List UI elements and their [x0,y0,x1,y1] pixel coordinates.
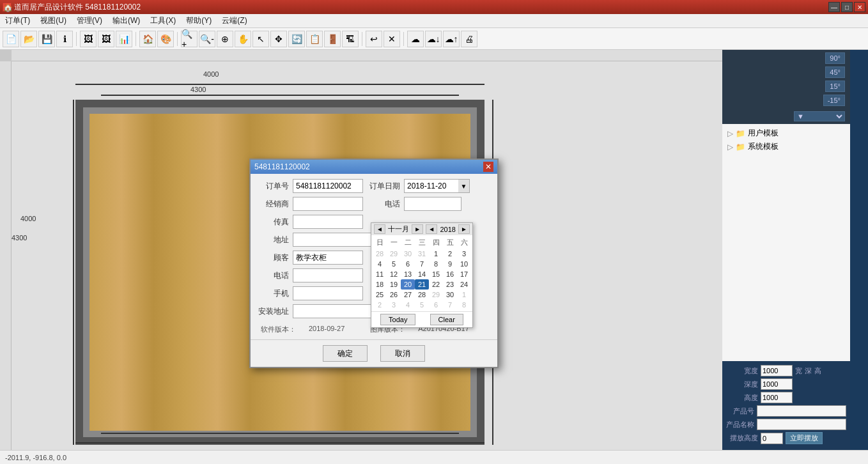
menu-view[interactable]: 视图(U) [35,14,72,27]
toolbar-copy[interactable]: 📋 [306,31,323,47]
cal-day[interactable]: 9 [443,259,457,269]
toolbar-img1[interactable]: 🖼 [80,31,97,47]
prev-year-button[interactable]: ◄ [426,224,437,234]
dialog-cancel-button[interactable]: 取消 [380,345,425,362]
cal-day[interactable]: 2 [373,300,387,310]
cal-day[interactable]: 1 [429,249,443,259]
toolbar-door[interactable]: 🚪 [324,31,341,47]
cal-day[interactable]: 12 [387,269,401,279]
prop-input-prodname[interactable] [757,419,846,430]
cal-day[interactable]: 23 [443,279,457,290]
toolbar-print[interactable]: 🖨 [461,31,477,47]
cal-day[interactable]: 19 [387,279,401,290]
cal-day[interactable]: 26 [387,290,401,300]
cal-day[interactable]: 4 [373,259,387,269]
cal-day[interactable]: 1 [457,290,471,300]
calendar-today-button[interactable]: Today [380,314,415,325]
prop-input-prodno[interactable] [757,405,846,417]
menu-help[interactable]: 帮助(Y) [181,14,217,27]
input-mobile[interactable] [293,286,363,300]
toolbar-save[interactable]: 💾 [38,31,55,47]
toolbar-zoomin[interactable]: 🔍+ [181,31,198,47]
place-now-button[interactable]: 立即摆放 [786,432,823,444]
cal-day[interactable]: 29 [387,249,401,259]
next-month-button[interactable]: ► [412,224,423,234]
input-dealer[interactable] [293,197,363,211]
toolbar-refresh[interactable]: 🔄 [288,31,305,47]
dialog-confirm-button[interactable]: 确定 [323,345,368,362]
cal-day[interactable]: 30 [401,249,415,259]
minimize-button[interactable]: — [828,2,840,12]
cal-day[interactable]: 11 [373,269,387,279]
cal-day[interactable]: 28 [415,290,429,300]
toolbar-cloud1[interactable]: ☁ [407,31,424,47]
menu-tools[interactable]: 工具(X) [145,14,181,27]
cal-day[interactable]: 4 [401,300,415,310]
prop-input-width[interactable] [761,365,793,376]
cal-day[interactable]: 27 [401,290,415,300]
cal-day[interactable]: 7 [443,300,457,310]
menu-order[interactable]: 订单(T) [0,14,35,27]
input-fax[interactable] [293,215,363,229]
toolbar-pan[interactable]: ✋ [235,31,251,47]
cal-day[interactable]: 29 [429,290,443,300]
menu-cloud[interactable]: 云端(Z) [217,14,252,27]
input-order-no[interactable] [293,179,363,193]
angle-select[interactable]: ▼ [794,111,845,121]
cal-day[interactable]: 25 [373,290,387,300]
cal-day[interactable]: 15 [429,269,443,279]
next-year-button[interactable]: ► [458,224,470,234]
cal-day[interactable]: 10 [457,259,471,269]
toolbar-cloud2[interactable]: ☁↓ [425,31,442,47]
cal-day[interactable]: 8 [457,300,471,310]
toolbar-house[interactable]: 🏠 [139,31,156,47]
cal-day[interactable]: 3 [457,249,471,259]
cal-day[interactable]: 2 [443,249,457,259]
toolbar-select[interactable]: ↖ [252,31,269,47]
cal-day[interactable]: 31 [415,249,429,259]
cal-day[interactable]: 30 [443,290,457,300]
dialog-close-button[interactable]: ✕ [483,162,493,172]
toolbar-zoomout[interactable]: 🔍- [199,31,215,47]
tree-item-system-templates[interactable]: ▷ 📁 系统模板 [725,140,848,153]
cal-day-selected[interactable]: 21 [415,279,429,290]
toolbar-cloud3[interactable]: ☁↑ [443,31,460,47]
cal-day[interactable]: 6 [401,259,415,269]
maximize-button[interactable]: □ [841,2,853,12]
cal-day[interactable]: 8 [429,259,443,269]
menu-output[interactable]: 输出(W) [107,14,145,27]
toolbar-zoomfit[interactable]: ⊕ [217,31,233,47]
cal-day[interactable]: 17 [457,269,471,279]
toolbar-wall[interactable]: 🏗 [342,31,359,47]
angle-45-btn[interactable]: 45° [825,66,845,78]
input-tel[interactable] [293,268,363,282]
toolbar-move[interactable]: ✥ [270,31,287,47]
calendar-clear-button[interactable]: Clear [430,314,463,325]
angle-15-btn[interactable]: 15° [825,81,845,92]
prev-month-button[interactable]: ◄ [374,224,385,234]
cal-day[interactable]: 13 [401,269,415,279]
angle-90-btn[interactable]: 90° [825,52,845,64]
cal-day[interactable]: 22 [429,279,443,290]
cal-day[interactable]: 18 [373,279,387,290]
date-dropdown-button[interactable]: ▼ [458,179,470,193]
cal-day[interactable]: 3 [387,300,401,310]
input-customer[interactable] [293,251,363,265]
toolbar-undo[interactable]: ↩ [366,31,382,47]
menu-manage[interactable]: 管理(V) [72,14,107,27]
toolbar-new[interactable]: 📄 [3,31,19,47]
cal-day-today[interactable]: 20 [401,279,415,290]
input-order-date[interactable] [404,179,458,193]
cal-day[interactable]: 7 [415,259,429,269]
cal-day[interactable]: 14 [415,269,429,279]
cal-day[interactable]: 5 [387,259,401,269]
cal-day[interactable]: 6 [429,300,443,310]
input-phone[interactable] [404,197,461,211]
angle-neg15-btn[interactable]: -15° [823,95,845,106]
close-button[interactable]: ✕ [854,2,865,12]
dialog-title-bar[interactable]: 5481181120002 ✕ [251,160,497,174]
toolbar-delete[interactable]: ✕ [384,31,400,47]
toolbar-color[interactable]: 🎨 [157,31,174,47]
prop-input-placeheight[interactable] [761,433,783,444]
toolbar-info[interactable]: ℹ [56,31,73,47]
